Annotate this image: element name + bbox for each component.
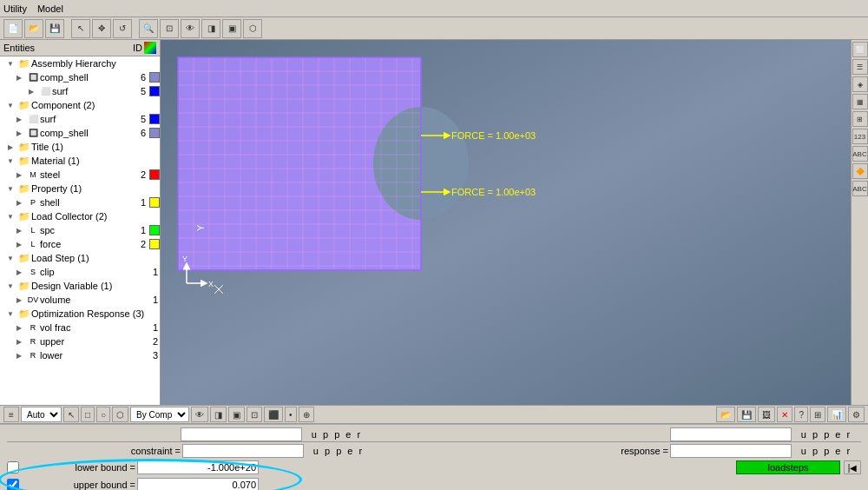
save-btn[interactable]: 💾 — [45, 19, 64, 38]
tree-material[interactable]: 📁 Material (1) — [0, 154, 160, 168]
tree-component-2[interactable]: 📁 Component (2) — [0, 98, 160, 112]
constraint-value-display[interactable] — [182, 444, 304, 458]
fit-btn[interactable]: ⊡ — [160, 19, 179, 38]
tree-load-step[interactable]: 📁 Load Step (1) — [0, 251, 160, 265]
expand-shell-icon[interactable] — [13, 196, 25, 209]
tree-comp-shell-2[interactable]: 🔲 comp_shell 6 — [0, 126, 160, 140]
tree-shell[interactable]: P shell 1 — [0, 195, 160, 209]
bt-render[interactable]: 🖼 — [758, 407, 775, 422]
select-btn[interactable]: ↖ — [71, 19, 90, 38]
bt-shade[interactable]: ◨ — [210, 407, 227, 422]
expand-load-step-icon[interactable] — [4, 252, 16, 264]
response-header-input[interactable] — [670, 427, 792, 441]
shade-btn[interactable]: ◨ — [201, 19, 220, 38]
checkbox-lower[interactable] — [7, 461, 19, 473]
bt-open2[interactable]: 📂 — [716, 407, 735, 422]
tree-opt-response[interactable]: 📁 Optimization Response (3) — [0, 307, 160, 321]
persp-btn[interactable]: ⬡ — [243, 19, 262, 38]
new-btn[interactable]: 📄 — [3, 19, 23, 38]
menu-utility[interactable]: Utility — [3, 3, 27, 14]
tree-load-collector[interactable]: 📁 Load Collector (2) — [0, 209, 160, 223]
bt-query[interactable]: ? — [794, 407, 808, 422]
tree-volume[interactable]: DV volume 1 — [0, 293, 160, 307]
tree-spc[interactable]: L spc 1 — [0, 223, 160, 237]
bt-eye[interactable]: 👁 — [191, 407, 208, 422]
expand-spc-icon[interactable] — [13, 224, 25, 236]
expand-lower-icon[interactable] — [13, 349, 25, 361]
tree-assembly-hierarchy[interactable]: 📁 Assembly Hierarchy — [0, 56, 160, 70]
bt-box[interactable]: □ — [81, 407, 95, 422]
view-btn[interactable]: 👁 — [181, 19, 200, 38]
expand-force-icon[interactable] — [13, 238, 25, 250]
rotate-btn[interactable]: ↺ — [113, 19, 132, 38]
expand-property-icon[interactable] — [4, 182, 16, 195]
menu-model[interactable]: Model — [37, 3, 63, 14]
rs-btn-1[interactable]: ⬜ — [852, 42, 868, 57]
rs-btn-3[interactable]: ◈ — [852, 76, 868, 92]
tree-surf-1[interactable]: ⬜ surf 5 — [0, 84, 160, 98]
upper-bound-input[interactable] — [137, 478, 259, 490]
expand-surf-2-icon[interactable] — [13, 113, 25, 125]
response-value-display[interactable] — [670, 444, 792, 458]
expand-comp-shell-2-icon[interactable] — [13, 127, 25, 139]
bt-icon1[interactable]: ≡ — [3, 407, 19, 422]
expand-volume-icon[interactable] — [13, 294, 25, 306]
tree-upper[interactable]: R upper 2 — [0, 334, 160, 348]
bt-del[interactable]: ✕ — [777, 407, 792, 422]
bt-pointer[interactable]: ↖ — [63, 407, 79, 422]
bt-3d[interactable]: ⬡ — [112, 407, 128, 422]
bt-axes[interactable]: ⊕ — [299, 407, 314, 422]
by-comp-select[interactable]: By Comp — [130, 407, 189, 422]
open-btn[interactable]: 📂 — [24, 19, 43, 38]
constraint-header-input[interactable] — [181, 427, 302, 441]
bt-wire[interactable]: ▣ — [228, 407, 245, 422]
bt-mesh[interactable]: ⊞ — [810, 407, 825, 422]
expand-title-icon[interactable] — [4, 141, 16, 153]
bt-circle[interactable]: ○ — [96, 407, 110, 422]
expand-comp-shell-1-icon[interactable] — [13, 71, 25, 83]
expand-load-collector-icon[interactable] — [4, 210, 16, 222]
expand-surf-1-icon[interactable] — [25, 85, 37, 97]
expand-clip-icon[interactable] — [13, 266, 25, 278]
bt-feat[interactable]: ⊡ — [247, 407, 262, 422]
bt-node[interactable]: • — [285, 407, 297, 422]
tree-lower[interactable]: R lower 3 — [0, 348, 160, 362]
expand-component-icon[interactable] — [4, 99, 16, 111]
first-step-button[interactable]: |◀ — [844, 460, 861, 474]
tree-title[interactable]: 📁 Title (1) — [0, 140, 160, 154]
expand-design-variable-icon[interactable] — [4, 280, 16, 292]
expand-vol-frac-icon[interactable] — [13, 321, 25, 334]
zoom-btn[interactable]: 🔍 — [139, 19, 158, 38]
rs-btn-6[interactable]: 123 — [852, 129, 868, 144]
tree-steel[interactable]: M steel 2 — [0, 168, 160, 182]
checkbox-upper[interactable] — [7, 479, 19, 490]
tree-vol-frac[interactable]: R vol frac 1 — [0, 321, 160, 334]
expand-opt-response-icon[interactable] — [4, 308, 16, 320]
bt-save2[interactable]: 💾 — [737, 407, 756, 422]
wire-btn[interactable]: ▣ — [222, 19, 241, 38]
rs-btn-2[interactable]: ☰ — [852, 59, 868, 75]
expand-upper-icon[interactable] — [13, 335, 25, 348]
bt-edge[interactable]: ⬛ — [264, 407, 283, 422]
rs-btn-9[interactable]: ABC — [852, 181, 868, 196]
expand-material-icon[interactable] — [4, 155, 16, 167]
bt-settings[interactable]: ⚙ — [848, 407, 865, 422]
rs-btn-7[interactable]: ABC — [852, 146, 868, 162]
rs-btn-8[interactable]: 🔶 — [852, 163, 868, 179]
rs-btn-5[interactable]: ⊞ — [852, 111, 868, 127]
color-picker-icon[interactable] — [144, 42, 156, 54]
tree-surf-2[interactable]: ⬜ surf 5 — [0, 112, 160, 126]
loadsteps-button[interactable]: loadsteps — [736, 460, 840, 474]
move-btn[interactable]: ✥ — [92, 19, 111, 38]
expand-assembly-icon[interactable] — [4, 57, 16, 70]
bt-report[interactable]: 📊 — [827, 407, 846, 422]
auto-select[interactable]: Auto — [21, 407, 62, 422]
rs-btn-4[interactable]: ▦ — [852, 94, 868, 109]
tree-comp-shell-1[interactable]: 🔲 comp_shell 6 — [0, 70, 160, 84]
tree-force[interactable]: L force 2 — [0, 237, 160, 251]
expand-steel-icon[interactable] — [13, 169, 25, 181]
tree-clip[interactable]: S clip 1 — [0, 265, 160, 279]
tree-property[interactable]: 📁 Property (1) — [0, 182, 160, 195]
tree-design-variable[interactable]: 📁 Design Variable (1) — [0, 279, 160, 293]
lower-bound-input[interactable] — [137, 460, 259, 474]
